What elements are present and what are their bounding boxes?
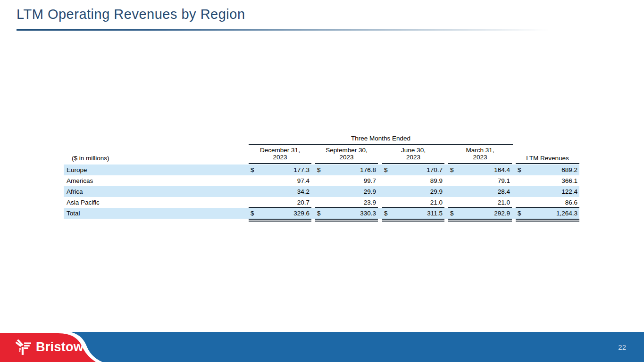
cell-value: 34.2 (297, 188, 309, 195)
currency-symbol: $ (317, 210, 321, 217)
header-rule-ltm (516, 163, 579, 164)
cell-value: 20.7 (297, 199, 309, 206)
column-header-sep: September 30, 2023 (315, 147, 378, 161)
table-row-europe: Europe $177.3 $176.8 $170.7 $164.4 $689.… (64, 165, 579, 175)
currency-symbol: $ (518, 210, 521, 217)
total-double-rule (448, 219, 512, 220)
total-double-rule (315, 219, 378, 220)
currency-symbol: $ (251, 210, 254, 217)
header-rule-jun (382, 163, 444, 164)
group-header-rule (249, 144, 513, 145)
total-double-rule (448, 221, 512, 222)
cell-value: 99.7 (364, 177, 376, 184)
page-number: 22 (618, 343, 626, 351)
total-top-rule (448, 207, 512, 208)
cell-value: 311.5 (427, 210, 443, 217)
cell-value: 164.4 (494, 166, 510, 173)
row-label: Americas (67, 175, 93, 186)
total-top-rule (382, 207, 444, 208)
table-row-africa: Africa 34.2 29.9 29.9 28.4 122.4 (64, 186, 579, 197)
table-group-header: Three Months Ended (249, 135, 513, 142)
row-label: Europe (67, 165, 87, 175)
cell-value: 29.9 (430, 188, 443, 195)
units-label: ($ in millions) (72, 155, 109, 162)
cell-value: 170.7 (427, 166, 443, 173)
cell-value: 86.6 (565, 199, 577, 206)
title-underline (17, 29, 548, 31)
brand-wordmark: Bristow (36, 340, 84, 354)
currency-symbol: $ (450, 210, 454, 217)
header-rule-mar (448, 163, 512, 164)
table-row-americas: Americas 97.4 99.7 89.9 79.1 366.1 (64, 175, 579, 186)
column-header-ltm: LTM Revenues (516, 155, 579, 162)
column-header-dec: December 31, 2023 (249, 147, 311, 161)
row-label: Asia Pacific (67, 197, 100, 208)
total-double-rule (315, 221, 378, 222)
total-top-rule (315, 207, 378, 208)
bristow-pinwheel-icon (14, 338, 32, 356)
total-double-rule (382, 219, 444, 220)
brand-logo: Bristow (14, 338, 84, 356)
cell-value: 292.9 (494, 210, 510, 217)
total-top-rule (516, 207, 579, 208)
cell-value: 23.9 (364, 199, 376, 206)
currency-symbol: $ (251, 166, 254, 173)
cell-value: 366.1 (561, 177, 577, 184)
cell-value: 177.3 (293, 166, 309, 173)
currency-symbol: $ (384, 166, 388, 173)
cell-value: 79.1 (498, 177, 510, 184)
header-rule-dec (249, 163, 311, 164)
total-top-rule (249, 207, 311, 208)
currency-symbol: $ (317, 166, 321, 173)
cell-value: 122.4 (561, 188, 577, 195)
cell-value: 21.0 (498, 199, 510, 206)
header-rule-sep (315, 163, 378, 164)
column-header-jun: June 30, 2023 (382, 147, 444, 161)
total-double-rule (516, 221, 579, 222)
total-double-rule (516, 219, 579, 220)
column-header-mar: March 31, 2023 (448, 147, 512, 161)
currency-symbol: $ (518, 166, 521, 173)
table-row-total: Total $329.6 $330.3 $311.5 $292.9 $1,264… (64, 208, 579, 219)
total-double-rule (249, 221, 311, 222)
currency-symbol: $ (450, 166, 454, 173)
cell-value: 89.9 (430, 177, 443, 184)
table-row-asia-pacific: Asia Pacific 20.7 23.9 21.0 21.0 86.6 (64, 197, 579, 208)
cell-value: 97.4 (297, 177, 309, 184)
cell-value: 330.3 (360, 210, 376, 217)
row-label: Africa (67, 186, 83, 197)
currency-symbol: $ (384, 210, 388, 217)
cell-value: 21.0 (430, 199, 443, 206)
total-double-rule (249, 219, 311, 220)
cell-value: 689.2 (561, 166, 577, 173)
cell-value: 29.9 (364, 188, 376, 195)
cell-value: 329.6 (293, 210, 309, 217)
cell-value: 28.4 (498, 188, 510, 195)
page-title: LTM Operating Revenues by Region (17, 7, 245, 22)
row-label: Total (67, 208, 80, 219)
cell-value: 176.8 (360, 166, 376, 173)
cell-value: 1,264.3 (556, 210, 577, 217)
presentation-slide: LTM Operating Revenues by Region Three M… (0, 0, 644, 362)
total-double-rule (382, 221, 444, 222)
revenue-table: Three Months Ended December 31, 2023 Sep… (64, 134, 579, 229)
